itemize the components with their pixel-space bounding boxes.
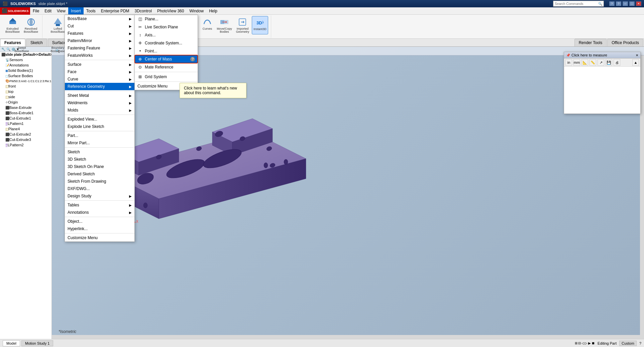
- refgeom-live-section[interactable]: ✂ Live Section Plane: [135, 23, 198, 31]
- measure-unit-mm[interactable]: mm: [573, 59, 580, 66]
- menu-help[interactable]: Help: [206, 7, 220, 14]
- menu-part[interactable]: Part...: [65, 132, 134, 139]
- refgeom-mate-reference[interactable]: ⊙ Mate Reference: [135, 63, 198, 71]
- menu-tools[interactable]: Tools: [84, 7, 98, 14]
- tree-lpattern2[interactable]: ⣿ LPattern2: [0, 142, 51, 148]
- menu-photoview[interactable]: PhotoView 360: [154, 7, 187, 14]
- menu-enterprise-pdm[interactable]: Enterprise PDM: [98, 7, 132, 14]
- menu-molds[interactable]: Molds▶: [65, 107, 134, 114]
- menu-curve[interactable]: Curve▶: [65, 75, 134, 83]
- menu-sketch[interactable]: Sketch: [65, 148, 134, 156]
- menu-customize[interactable]: Customize Menu: [65, 234, 134, 241]
- minimize-btn[interactable]: ?: [609, 1, 615, 6]
- maximize-window[interactable]: □: [629, 1, 635, 6]
- menu-weldments[interactable]: Weldments▶: [65, 99, 134, 107]
- measure-tool1[interactable]: 📐: [581, 59, 588, 66]
- menu-3d-sketch[interactable]: 3D Sketch: [65, 156, 134, 163]
- tab-features[interactable]: Features: [0, 39, 25, 46]
- help-btn[interactable]: ?: [616, 1, 621, 6]
- menu-window[interactable]: Window: [187, 7, 206, 14]
- menu-boss-base[interactable]: Boss/Base▶: [65, 15, 134, 22]
- measure-export-btn[interactable]: 💾: [606, 59, 612, 66]
- close-window[interactable]: ✕: [636, 1, 641, 6]
- refgeom-point[interactable]: • Point...: [135, 47, 198, 55]
- tab-sketch[interactable]: Sketch: [26, 39, 47, 46]
- menu-fastening-feature[interactable]: Fastening Feature▶: [65, 44, 134, 52]
- measure-print-btn[interactable]: 🖨: [614, 59, 620, 66]
- menu-insert[interactable]: Insert: [68, 7, 84, 14]
- menu-sketch-from-drawing[interactable]: Sketch From Drawing: [65, 178, 134, 185]
- tb-move-copy[interactable]: Move/CopyBodies: [215, 16, 233, 35]
- measure-tool2[interactable]: 📏: [589, 59, 596, 66]
- refgeom-plane[interactable]: ◫ Plane...: [135, 15, 198, 23]
- menu-edit[interactable]: Edit: [42, 7, 54, 14]
- menu-hyperlink[interactable]: Hyperlink...: [65, 225, 134, 232]
- svg-text:X: X: [136, 220, 138, 223]
- tree-resize-handle[interactable]: [50, 47, 51, 339]
- tree-solid-bodies[interactable]: ◼ Solid Bodies(1): [0, 68, 51, 73]
- tree-lpattern1[interactable]: ⣿ LPattern1: [0, 121, 51, 126]
- menu-sep4: [65, 131, 134, 131]
- tb-curves[interactable]: Curves: [201, 16, 214, 35]
- com-help-icon[interactable]: ?: [190, 57, 195, 61]
- tree-annotations[interactable]: 📝 Annotations: [0, 62, 51, 68]
- menu-exploded-view[interactable]: Exploded View...: [65, 116, 134, 123]
- refgeom-axis[interactable]: ↕ Axis...: [135, 31, 198, 39]
- horizontal-scrollbar[interactable]: [52, 335, 644, 339]
- tab-render-tools[interactable]: Render Tools: [574, 39, 607, 46]
- menu-file[interactable]: File: [30, 7, 42, 14]
- menu-sep8: [65, 233, 134, 233]
- tree-surface-bodies[interactable]: ◻ Surface Bodies: [0, 73, 51, 78]
- tb-revolved-boss[interactable]: RevolvedBoss/Base: [22, 16, 39, 35]
- refgeom-grid-system[interactable]: ⊞ Grid System: [135, 73, 198, 81]
- menu-featureworks[interactable]: FeatureWorks▶: [65, 52, 134, 59]
- tree-cut-extrude2[interactable]: ⬛ Cut-Extrude2: [0, 132, 51, 137]
- refgeom-coord-system[interactable]: ✛ Coordinate System...: [135, 39, 198, 47]
- menu-3d-sketch-on-plane[interactable]: 3D Sketch On Plane: [65, 163, 134, 170]
- tree-cut-extrude1[interactable]: ⬛ Cut-Extrude1: [0, 116, 51, 121]
- menu-object[interactable]: Object...: [65, 218, 134, 225]
- tb-imported-geometry[interactable]: ImportedGeometry: [235, 16, 251, 35]
- menu-derived-sketch[interactable]: Derived Sketch: [65, 170, 134, 178]
- title-app-name: SOLIDWORKS: [10, 2, 36, 6]
- minimize-window[interactable]: ─: [623, 1, 628, 6]
- tree-sensors[interactable]: 📡 Sensors: [0, 57, 51, 62]
- tree-plane4[interactable]: ◫ Plane4: [0, 126, 51, 132]
- tb-instant3d[interactable]: 3D Instant3D: [252, 16, 268, 35]
- tree-origin[interactable]: ✛ Origin: [0, 100, 51, 105]
- menu-dxf-dwg[interactable]: DXF/DWG...: [65, 185, 134, 192]
- tree-base-extrude[interactable]: ⬛ Base-Extrude: [0, 105, 51, 110]
- viewport-label: *Isometric: [59, 329, 76, 334]
- menu-pattern-mirror[interactable]: Pattern/Mirror▶: [65, 37, 134, 44]
- tree-boss-extrude1[interactable]: ⬛ Boss-Extrude1: [0, 110, 51, 116]
- refgeom-center-of-mass[interactable]: ⊕ Center of Mass ?: [135, 55, 198, 63]
- menu-annotations[interactable]: Annotations▶: [65, 209, 134, 216]
- menu-cut[interactable]: Cut▶: [65, 22, 134, 30]
- status-tab-model[interactable]: Model: [3, 340, 20, 346]
- menu-explode-line-sketch[interactable]: Explode Line Sketch: [65, 123, 134, 130]
- menu-surface[interactable]: Surface▶: [65, 61, 134, 68]
- menu-features[interactable]: Features▶: [65, 30, 134, 37]
- tab-office-products[interactable]: Office Products: [607, 39, 643, 46]
- measure-panel-close-btn[interactable]: ✕: [636, 53, 638, 57]
- tree-side-plane[interactable]: ◫ side: [0, 94, 51, 100]
- menu-3dcontrol[interactable]: 3Dcontrol: [132, 7, 154, 14]
- svg-point-57: [284, 159, 288, 165]
- menu-reference-geometry[interactable]: Reference Geometry▶: [65, 83, 134, 90]
- menu-design-study[interactable]: Design Study▶: [65, 192, 134, 200]
- measure-tool3[interactable]: ↗: [598, 59, 604, 66]
- tree-front-plane[interactable]: ◫ front: [0, 83, 51, 89]
- tree-top-plane[interactable]: ◫ top: [0, 89, 51, 94]
- tb-extruded-boss[interactable]: ExtrudedBoss/Base: [4, 16, 21, 35]
- status-tab-motion-study[interactable]: Motion Study 1: [21, 340, 53, 346]
- tree-cut-extrude3[interactable]: ⬛ Cut-Extrude3: [0, 137, 51, 142]
- search-input[interactable]: [555, 2, 598, 6]
- measure-expand-btn[interactable]: ▲: [632, 59, 639, 66]
- menu-tables[interactable]: Tables▶: [65, 201, 134, 209]
- menu-view[interactable]: View: [54, 7, 68, 14]
- tree-pw-material[interactable]: 🎨 PW50:3:An0:-1:C1:C1:2:3:Re:1: [0, 78, 51, 83]
- menu-sheet-metal[interactable]: Sheet Metal▶: [65, 92, 134, 99]
- menu-mirror-part[interactable]: Mirror Part...: [65, 139, 134, 147]
- menu-face[interactable]: Face▶: [65, 68, 134, 75]
- measure-unit-in[interactable]: in: [565, 59, 572, 66]
